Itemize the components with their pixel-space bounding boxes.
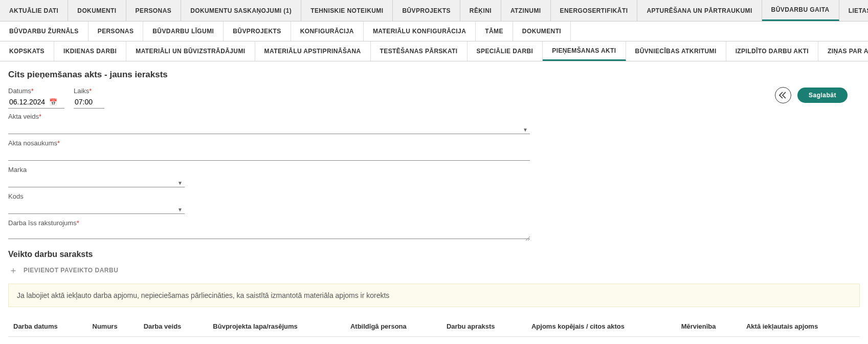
tab-l1-atzinumi[interactable]: Atzinumi <box>501 0 551 21</box>
tab-l3-kopskats[interactable]: Kopskats <box>0 41 54 61</box>
col-apraksts: Darbu apraksts <box>441 316 526 337</box>
akta-veids-label: Akta veids* <box>8 113 860 120</box>
tab-l1-tehniskie[interactable]: Tehniskie noteikumi <box>301 0 393 21</box>
tab-l3-spec[interactable]: Speciālie darbi <box>468 41 543 61</box>
tab-l2-konfig[interactable]: Konfigurācija <box>291 22 364 41</box>
date-input-wrap[interactable]: 📅 <box>8 96 64 109</box>
akta-nosaukums-label: Akta nosaukums* <box>8 139 860 147</box>
col-persona: Atbildīgā persona <box>345 316 441 337</box>
tab-l1-lietas[interactable]: Lietas piln <box>839 0 868 21</box>
tab-l3-materiali[interactable]: Materiāli un būvizstrādājumi <box>126 41 255 61</box>
tab-l1-buvprojekts[interactable]: Būvprojekts <box>393 0 460 21</box>
page-title: Cits pieņemšanas akts - jauns ieraksts <box>8 70 860 80</box>
tab-l1-dokumenti[interactable]: Dokumenti <box>68 0 126 21</box>
table-empty-row: Nav ierakstu <box>8 337 860 345</box>
works-section-title: Veikto darbu saraksts <box>8 250 860 259</box>
marka-select[interactable] <box>8 175 185 187</box>
table-empty-cell: Nav ierakstu <box>8 337 860 345</box>
tabbar-level3: Kopskats Ikdienas darbi Materiāli un būv… <box>0 41 868 61</box>
tab-l1-personas[interactable]: Personas <box>126 0 182 21</box>
tab-l1-buvdarbu-gaita[interactable]: Būvdarbu gaita <box>762 0 839 21</box>
tabbar-level2: Būvdarbu žurnāls Personas Būvdarbu līgum… <box>0 22 868 41</box>
col-mervieniba: Mērvienība <box>676 316 741 337</box>
tab-l2-buvprojekts[interactable]: Būvprojekts <box>224 22 291 41</box>
tab-l1-aktualie-dati[interactable]: Aktuālie dati <box>0 0 68 21</box>
add-work-button[interactable]: ＋ Pievienot paveikto darbu <box>8 262 118 278</box>
col-apjoms: Apjoms kopējais / citos aktos <box>526 316 676 337</box>
back-button[interactable] <box>775 87 791 103</box>
save-button[interactable]: Saglabāt <box>797 88 848 103</box>
plus-icon: ＋ <box>8 265 18 275</box>
akta-nosaukums-input[interactable] <box>8 148 530 161</box>
col-numurs: Numurs <box>87 316 139 337</box>
col-lapa: Būvprojekta lapa/rasējums <box>208 316 345 337</box>
time-input[interactable] <box>74 96 104 109</box>
main-content: Cits pieņemšanas akts - jauns ieraksts D… <box>0 61 868 344</box>
tab-l3-izpildito[interactable]: Izpildīto darbu akti <box>726 41 818 61</box>
date-input[interactable] <box>8 96 49 108</box>
col-akta-apjoms: Aktā iekļautais apjoms <box>741 316 860 337</box>
tab-l2-ligumi[interactable]: Būvdarbu līgumi <box>143 22 224 41</box>
table-header-row: Darba datums Numurs Darba veids Būvproje… <box>8 316 860 337</box>
tab-l1-aptures[interactable]: Apturēšana un pārtraukumi <box>637 0 762 21</box>
apraksts-textarea[interactable] <box>8 228 530 239</box>
col-darba-datums: Darba datums <box>8 316 87 337</box>
apraksts-label: Darba īss raksturojums* <box>8 219 860 227</box>
tab-l2-personas[interactable]: Personas <box>88 22 144 41</box>
tab-l1-saskanojumi[interactable]: Dokumentu saskaņojumi (1) <box>181 0 301 21</box>
tab-l2-tame[interactable]: Tāme <box>476 22 513 41</box>
tab-l3-ikdienas[interactable]: Ikdienas darbi <box>54 41 126 61</box>
notice-box: Ja labojiet aktā iekļauto darba apjomu, … <box>8 284 860 307</box>
tab-l3-test[interactable]: Testēšanas pārskati <box>371 41 468 61</box>
tab-l1-rekini[interactable]: Rēķini <box>460 0 501 21</box>
col-darba-veids: Darba veids <box>139 316 208 337</box>
tab-l3-atkritumi[interactable]: Būvniecības atkritumi <box>626 41 726 61</box>
marka-label: Marka <box>8 166 860 174</box>
works-table: Darba datums Numurs Darba veids Būvproje… <box>8 316 860 344</box>
calendar-icon[interactable]: 📅 <box>49 98 57 106</box>
tabbar-level1: Aktuālie dati Dokumenti Personas Dokumen… <box>0 0 868 22</box>
add-work-label: Pievienot paveikto darbu <box>24 267 118 274</box>
akta-veids-select[interactable] <box>8 121 530 134</box>
tab-l3-mat-apst[interactable]: Materiālu apstiprināšana <box>255 41 371 61</box>
date-label: Datums* <box>8 87 64 95</box>
tab-l2-mat-konfig[interactable]: Materiālu konfigurācija <box>364 22 476 41</box>
tab-l1-energosert[interactable]: Energosertifikāti <box>551 0 638 21</box>
double-chevron-left-icon <box>779 92 787 99</box>
resize-handle-icon[interactable] <box>525 235 530 241</box>
svg-line-0 <box>526 236 530 241</box>
tab-l3-avarijas[interactable]: Ziņas par avāriju <box>818 41 868 61</box>
tab-l2-zurnals[interactable]: Būvdarbu žurnāls <box>0 22 88 41</box>
kods-select[interactable] <box>8 201 185 214</box>
time-label: Laiks* <box>74 87 104 95</box>
kods-label: Kods <box>8 192 860 200</box>
tab-l3-pienemsanas[interactable]: Pieņemšanas akti <box>543 41 626 61</box>
svg-line-1 <box>528 239 530 241</box>
tab-l2-dokumenti[interactable]: Dokumenti <box>513 22 571 41</box>
